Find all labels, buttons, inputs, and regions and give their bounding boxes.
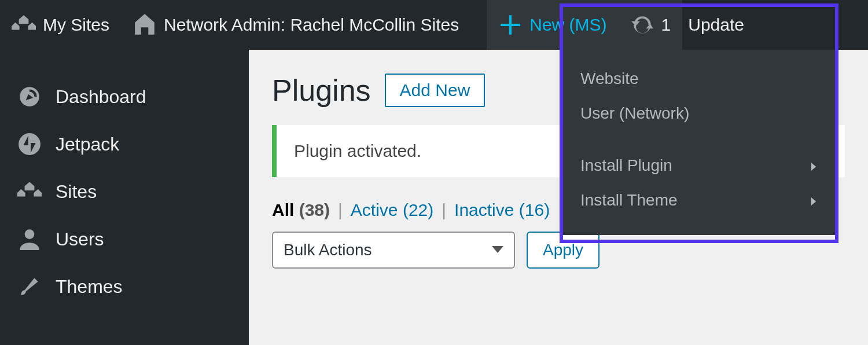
dropdown-item-install-theme[interactable]: Install Theme [563, 183, 835, 218]
user-icon [17, 227, 42, 251]
updates-label: Update [688, 15, 744, 35]
sidebar-item-jetpack[interactable]: Jetpack [0, 120, 249, 168]
sidebar-item-dashboard[interactable]: Dashboard [0, 73, 249, 120]
refresh-icon [630, 13, 654, 37]
dropdown-item-install-plugin[interactable]: Install Plugin [563, 148, 835, 183]
new-content-dropdown: Website User (Network) Install Plugin In… [563, 50, 835, 235]
sidebar-item-sites[interactable]: Sites [0, 168, 249, 215]
updates-count: 1 [661, 15, 671, 35]
dropdown-item-website[interactable]: Website [563, 61, 835, 96]
multisite-icon [12, 13, 36, 37]
admin-sidebar: Dashboard Jetpack Sites Users Themes [0, 50, 249, 345]
updates-text[interactable]: Update [682, 0, 756, 50]
page-title: Plugins [272, 73, 371, 108]
sidebar-label: Themes [56, 276, 123, 298]
sidebar-label: Jetpack [56, 134, 119, 155]
plus-icon [498, 13, 523, 37]
dropdown-label: Install Plugin [580, 156, 672, 175]
updates-menu[interactable]: 1 [619, 0, 683, 50]
network-admin-menu[interactable]: Network Admin: Rachel McCollin Sites [121, 0, 470, 50]
admin-toolbar: My Sites Network Admin: Rachel McCollin … [0, 0, 868, 50]
sidebar-item-themes[interactable]: Themes [0, 263, 249, 310]
chevron-right-icon [810, 191, 818, 210]
sidebar-label: Dashboard [56, 86, 146, 108]
multisite-icon [17, 179, 42, 204]
chevron-right-icon [810, 156, 818, 175]
dropdown-label: Install Theme [580, 191, 678, 210]
bulk-select-label: Bulk Actions [284, 241, 372, 259]
sidebar-label: Sites [56, 181, 97, 203]
notice-text: Plugin activated. [294, 141, 421, 160]
sidebar-item-users[interactable]: Users [0, 215, 249, 263]
dropdown-item-user[interactable]: User (Network) [563, 96, 835, 131]
network-admin-label: Network Admin: Rachel McCollin Sites [164, 15, 459, 35]
jetpack-icon [17, 132, 42, 156]
dropdown-label: Website [580, 69, 639, 88]
svg-point-0 [19, 133, 41, 155]
brush-icon [17, 274, 42, 299]
my-sites-menu[interactable]: My Sites [0, 0, 121, 50]
new-content-menu[interactable]: New (MS) [487, 0, 618, 50]
dashboard-icon [17, 85, 42, 109]
add-new-button[interactable]: Add New [385, 74, 486, 107]
sidebar-label: Users [56, 229, 104, 250]
filter-active[interactable]: Active (22) [351, 200, 433, 220]
bulk-actions-row: Bulk Actions Apply [272, 232, 845, 269]
svg-point-1 [25, 229, 35, 239]
apply-button[interactable]: Apply [527, 232, 599, 269]
my-sites-label: My Sites [43, 15, 109, 35]
filter-inactive[interactable]: Inactive (16) [454, 200, 550, 220]
home-icon [133, 13, 157, 37]
dropdown-label: User (Network) [580, 104, 689, 123]
new-content-label: New (MS) [529, 15, 606, 35]
bulk-actions-select[interactable]: Bulk Actions [272, 232, 515, 269]
filter-all[interactable]: All (38) [272, 200, 330, 220]
chevron-down-icon [492, 241, 503, 259]
